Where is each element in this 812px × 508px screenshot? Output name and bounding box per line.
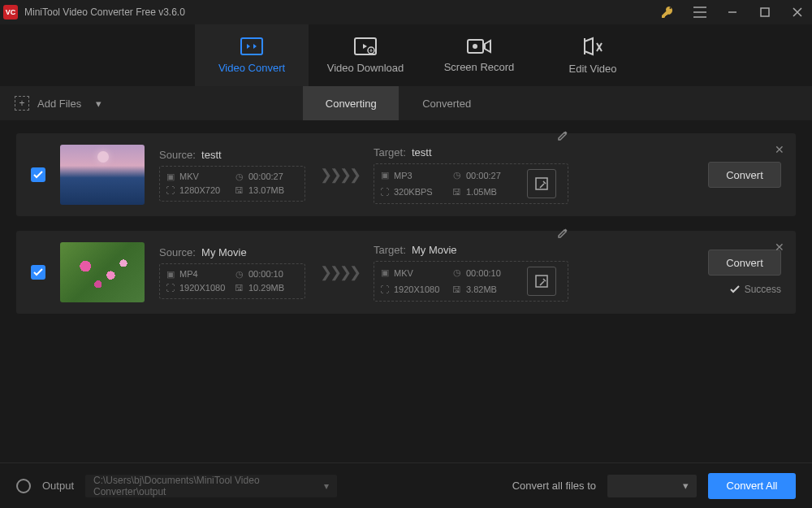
svg-rect-0 xyxy=(761,8,769,16)
convert-all-format-select[interactable]: ▾ xyxy=(607,475,697,497)
subtab-converting[interactable]: Converting xyxy=(303,86,399,120)
chevron-down-icon: ▾ xyxy=(683,480,689,492)
tab-edit-video[interactable]: Edit Video xyxy=(536,24,650,86)
edit-icon[interactable] xyxy=(557,228,568,239)
app-logo-icon: VC xyxy=(3,5,18,20)
footer: Output C:\Users\bj\Documents\MiniTool Vi… xyxy=(0,462,812,508)
thumbnail xyxy=(60,242,145,302)
add-icon: + xyxy=(15,96,29,111)
edit-video-icon xyxy=(582,37,603,56)
size-icon: 🖫 xyxy=(451,186,462,197)
arrow-icon: ❯❯❯❯ xyxy=(320,263,359,281)
format-icon: ▣ xyxy=(165,269,175,280)
subtab-converted[interactable]: Converted xyxy=(399,86,495,120)
add-files-label: Add Files xyxy=(37,98,81,110)
convert-all-to-label: Convert all files to xyxy=(512,480,596,492)
target-settings-button[interactable] xyxy=(527,267,556,296)
format-icon: ▣ xyxy=(379,170,390,180)
format-icon: ▣ xyxy=(165,172,175,182)
titlebar: VC MiniTool Video Converter Free v3.6.0 xyxy=(0,0,812,24)
resolution-icon: ⛶ xyxy=(165,283,175,293)
close-icon[interactable] xyxy=(786,1,809,24)
resolution-icon: ⛶ xyxy=(165,185,175,196)
format-icon: ▣ xyxy=(379,267,390,278)
schedule-icon[interactable] xyxy=(16,479,31,493)
resolution-icon: ⛶ xyxy=(379,186,390,197)
arrow-icon: ❯❯❯❯ xyxy=(320,166,359,184)
clock-icon: ◷ xyxy=(234,172,244,182)
tab-video-convert[interactable]: Video Convert xyxy=(195,24,309,86)
remove-item-icon[interactable]: ✕ xyxy=(775,143,784,156)
list-item: Source: testt ▣MKV ◷00:00:27 ⛶1280X720 🖫… xyxy=(16,133,796,216)
status-badge: Success xyxy=(730,284,781,295)
main-nav: Video Convert Video Download Screen Reco… xyxy=(0,24,812,86)
checkbox[interactable] xyxy=(31,167,45,182)
convert-button[interactable]: Convert xyxy=(708,162,781,188)
source-info: Source: testt ▣MKV ◷00:00:27 ⛶1280X720 🖫… xyxy=(159,149,305,202)
minimize-icon[interactable] xyxy=(721,1,744,24)
target-info: Target: My Movie ▣MKV ◷00:00:10 ⛶1920X10… xyxy=(374,244,568,302)
target-settings-button[interactable] xyxy=(527,169,556,198)
download-icon xyxy=(354,37,377,55)
key-icon[interactable] xyxy=(656,1,679,24)
target-info: Target: testt ▣MP3 ◷00:00:27 ⛶320KBPS 🖫1… xyxy=(374,146,568,204)
svg-rect-1 xyxy=(241,38,262,54)
resolution-icon: ⛶ xyxy=(379,284,390,294)
conversion-list: Source: testt ▣MKV ◷00:00:27 ⛶1280X720 🖫… xyxy=(0,120,812,327)
tab-screen-record[interactable]: Screen Record xyxy=(422,24,536,86)
maximize-icon[interactable] xyxy=(754,1,776,24)
svg-point-5 xyxy=(473,44,477,49)
source-info: Source: My Movie ▣MP4 ◷00:00:10 ⛶1920X10… xyxy=(159,246,305,299)
output-label: Output xyxy=(42,480,74,492)
convert-icon xyxy=(240,37,263,55)
tab-label: Edit Video xyxy=(568,63,616,75)
clock-icon: ◷ xyxy=(451,170,462,180)
chevron-down-icon: ▾ xyxy=(324,480,329,492)
size-icon: 🖫 xyxy=(234,283,244,293)
size-icon: 🖫 xyxy=(451,284,462,294)
thumbnail xyxy=(60,145,145,205)
clock-icon: ◷ xyxy=(451,267,462,278)
size-icon: 🖫 xyxy=(234,185,244,196)
list-item: Source: My Movie ▣MP4 ◷00:00:10 ⛶1920X10… xyxy=(16,231,796,314)
toolbar: + Add Files ▾ Converting Converted xyxy=(0,86,812,120)
chevron-down-icon: ▾ xyxy=(96,98,102,110)
add-files-button[interactable]: + Add Files ▾ xyxy=(0,96,116,111)
convert-all-button[interactable]: Convert All xyxy=(708,473,796,499)
tab-video-download[interactable]: Video Download xyxy=(309,24,422,86)
checkbox[interactable] xyxy=(31,265,45,280)
window-title: MiniTool Video Converter Free v3.6.0 xyxy=(24,7,656,18)
convert-button[interactable]: Convert xyxy=(708,250,781,276)
output-path-select[interactable]: C:\Users\bj\Documents\MiniTool Video Con… xyxy=(85,475,337,497)
menu-icon[interactable] xyxy=(689,1,711,24)
tab-label: Video Download xyxy=(327,62,404,74)
edit-icon[interactable] xyxy=(557,130,568,141)
record-icon xyxy=(467,38,491,54)
tab-label: Video Convert xyxy=(218,62,285,74)
clock-icon: ◷ xyxy=(234,269,244,280)
tab-label: Screen Record xyxy=(444,61,515,73)
remove-item-icon[interactable]: ✕ xyxy=(775,241,784,254)
